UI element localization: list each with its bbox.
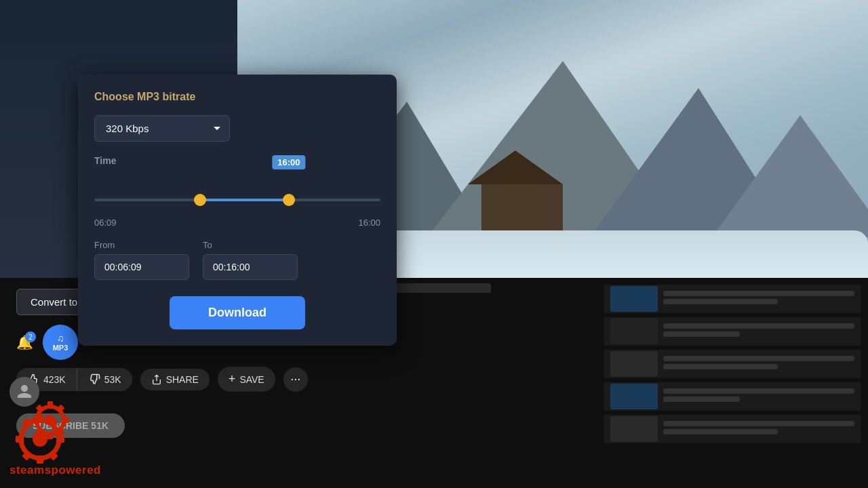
channel-name-label: steamspowered — [9, 464, 101, 477]
channel-gear-logo — [9, 400, 98, 468]
sidebar-thumbnail — [610, 319, 658, 344]
to-label: To — [203, 240, 298, 250]
time-section-label: Time — [94, 155, 380, 166]
sidebar-thumbnail — [610, 384, 658, 409]
from-time-input[interactable] — [94, 254, 189, 280]
svg-rect-21 — [37, 415, 43, 423]
mp3-bitrate-modal: Choose MP3 bitrate 320 Kbps 256 Kbps 192… — [78, 75, 397, 346]
sidebar-thumbnail — [610, 351, 658, 377]
list-item[interactable] — [604, 350, 861, 378]
slider-max-label: 16:00 — [358, 218, 380, 228]
sidebar-thumbnail — [610, 416, 658, 442]
svg-point-20 — [33, 432, 47, 447]
from-input-group: From — [94, 240, 189, 280]
bell-badge: 2 — [25, 331, 36, 342]
list-item[interactable] — [604, 382, 861, 411]
list-item[interactable] — [604, 285, 861, 313]
list-item[interactable] — [604, 317, 861, 346]
channel-branding: steamspowered — [9, 400, 101, 477]
bitrate-select[interactable]: 320 Kbps 256 Kbps 192 Kbps 128 Kbps — [94, 115, 230, 142]
right-sidebar — [597, 278, 868, 488]
svg-rect-15 — [56, 405, 65, 413]
time-range-slider[interactable]: 16:00 — [94, 177, 380, 211]
to-time-input[interactable] — [203, 254, 298, 280]
save-button[interactable]: + SAVE — [218, 367, 275, 392]
dislike-button[interactable]: 53K — [77, 368, 132, 391]
slider-min-label: 06:09 — [94, 218, 117, 228]
svg-rect-22 — [37, 455, 43, 464]
svg-rect-24 — [16, 436, 24, 443]
svg-rect-12 — [47, 432, 53, 439]
sidebar-thumbnail — [610, 286, 658, 312]
svg-rect-18 — [36, 405, 45, 413]
share-button[interactable]: SHARE — [140, 369, 210, 390]
action-row: 423K 53K SHARE + SAVE ··· — [16, 367, 580, 392]
svg-rect-13 — [62, 418, 69, 423]
avatar[interactable] — [9, 377, 39, 407]
bell-button[interactable]: 🔔 2 — [16, 334, 33, 350]
slider-tooltip: 16:00 — [272, 155, 305, 169]
slider-thumb-left[interactable] — [194, 194, 206, 206]
svg-rect-11 — [47, 401, 53, 408]
more-options-button[interactable]: ··· — [283, 367, 308, 392]
to-input-group: To — [203, 240, 298, 280]
mp3-channel-icon[interactable]: ♫ MP3 — [43, 325, 78, 360]
from-label: From — [94, 240, 189, 250]
slider-thumb-right[interactable] — [283, 194, 295, 206]
list-item[interactable] — [604, 415, 861, 443]
time-inputs-row: From To — [94, 240, 380, 280]
svg-rect-23 — [56, 436, 64, 443]
bell-wrap: 🔔 2 — [16, 334, 33, 350]
modal-title: Choose MP3 bitrate — [94, 91, 380, 103]
download-button[interactable]: Download — [170, 296, 305, 329]
